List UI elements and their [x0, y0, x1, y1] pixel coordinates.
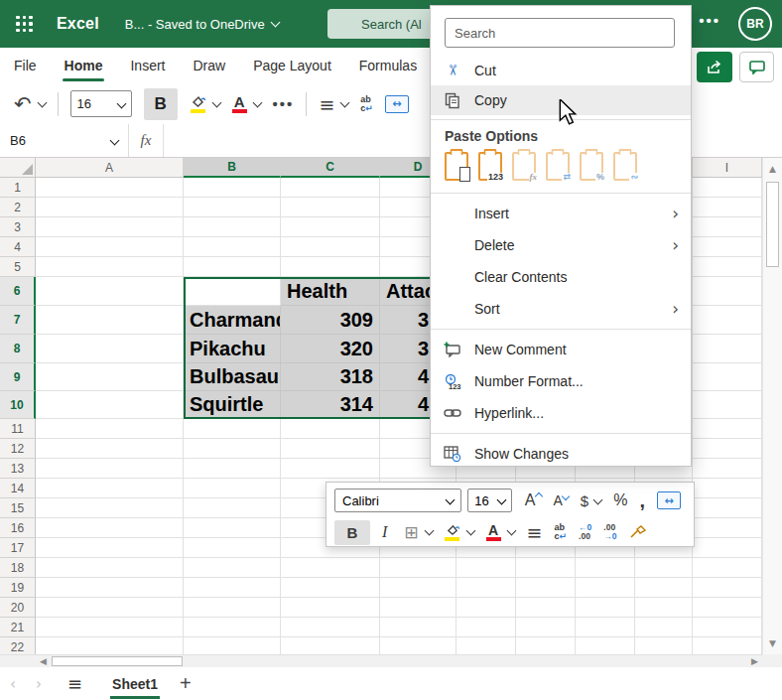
menu-item-delete[interactable]: Delete ›	[431, 229, 691, 261]
mini-italic-button[interactable]: I	[372, 523, 397, 541]
cell-B3[interactable]	[184, 217, 281, 237]
cell-I17[interactable]	[693, 538, 762, 558]
fill-color-button[interactable]	[190, 94, 220, 113]
cell-H18[interactable]	[635, 558, 693, 578]
cell-D21[interactable]	[380, 618, 456, 637]
cell-B16[interactable]	[184, 518, 281, 538]
cell-B5[interactable]	[184, 257, 281, 277]
cell-A20[interactable]	[36, 598, 184, 618]
mini-font-color-button[interactable]: A	[481, 524, 520, 541]
menu-item-insert[interactable]: Insert ›	[431, 198, 691, 229]
mini-merge-button[interactable]: ↔	[652, 491, 686, 509]
titlebar-more-button[interactable]: •••	[699, 12, 720, 29]
font-name-select[interactable]: Calibri	[334, 489, 461, 512]
row-header-7[interactable]: 7	[0, 306, 36, 335]
grow-font-button[interactable]: A	[520, 491, 547, 509]
tab-page-layout[interactable]: Page Layout	[239, 48, 345, 83]
cell-C18[interactable]	[281, 558, 380, 578]
row-header-16[interactable]: 16	[0, 518, 36, 538]
row-header-9[interactable]: 9	[0, 363, 36, 391]
context-menu-search-input[interactable]	[445, 18, 675, 48]
cell-C6[interactable]: Health	[281, 277, 380, 306]
cell-A12[interactable]	[36, 439, 184, 459]
cell-I12[interactable]	[693, 439, 762, 459]
mini-bold-button[interactable]: B	[334, 520, 370, 545]
cell-I3[interactable]	[693, 217, 762, 237]
cell-D22[interactable]	[380, 637, 456, 654]
cell-E21[interactable]	[456, 618, 516, 637]
cell-C21[interactable]	[281, 618, 380, 637]
cell-C7[interactable]: 309	[281, 306, 380, 335]
cell-A1[interactable]	[36, 178, 184, 198]
cell-F20[interactable]	[516, 598, 576, 618]
cell-A4[interactable]	[36, 237, 184, 257]
font-size-select[interactable]: 16	[70, 90, 132, 117]
row-header-17[interactable]: 17	[0, 538, 36, 558]
cell-I5[interactable]	[693, 257, 762, 277]
cell-B1[interactable]	[184, 178, 281, 198]
column-header-A[interactable]: A	[36, 158, 184, 178]
mini-align-button[interactable]: ≡	[522, 521, 548, 543]
cell-B21[interactable]	[184, 618, 281, 637]
cell-B17[interactable]	[184, 538, 281, 558]
cell-A2[interactable]	[36, 198, 184, 217]
paste-formatting-icon[interactable]: %	[580, 152, 603, 181]
wrap-text-button[interactable]: ab c↵	[360, 95, 373, 113]
cell-C3[interactable]	[281, 217, 380, 237]
cell-A22[interactable]	[36, 637, 184, 654]
cell-B7[interactable]: Charmander	[184, 306, 281, 335]
cell-A5[interactable]	[36, 257, 184, 277]
cell-I19[interactable]	[693, 578, 762, 598]
cell-E22[interactable]	[456, 637, 516, 654]
cell-A9[interactable]	[36, 363, 184, 391]
cell-A7[interactable]	[36, 306, 184, 335]
horizontal-scroll-thumb[interactable]	[52, 656, 183, 666]
cell-D19[interactable]	[380, 578, 456, 598]
cell-C20[interactable]	[281, 598, 380, 618]
app-launcher-icon[interactable]	[16, 16, 33, 33]
cell-B19[interactable]	[184, 578, 281, 598]
cell-H21[interactable]	[635, 618, 693, 637]
row-header-12[interactable]: 12	[0, 439, 36, 459]
cell-C5[interactable]	[281, 257, 380, 277]
paste-formulas-icon[interactable]: fx	[512, 152, 536, 181]
decrease-decimal-button[interactable]: ←0.00	[574, 523, 596, 542]
tab-draw[interactable]: Draw	[179, 48, 239, 83]
bold-button[interactable]: B	[144, 88, 178, 120]
cell-B4[interactable]	[184, 237, 281, 257]
share-button[interactable]	[697, 52, 732, 82]
cell-E18[interactable]	[456, 558, 516, 578]
row-header-18[interactable]: 18	[0, 558, 36, 578]
cell-I9[interactable]	[693, 363, 762, 391]
cell-H19[interactable]	[635, 578, 693, 598]
paste-link-icon[interactable]: ∾	[613, 152, 637, 181]
align-button[interactable]: ≡	[319, 93, 348, 115]
cell-B8[interactable]: Pikachu	[184, 335, 281, 363]
cell-I18[interactable]	[693, 558, 762, 578]
avatar[interactable]: BR	[738, 7, 772, 41]
cell-I16[interactable]	[693, 518, 762, 538]
cell-I13[interactable]	[693, 459, 762, 479]
cell-A13[interactable]	[36, 459, 184, 479]
cell-B9[interactable]: Bulbasaur	[184, 363, 281, 391]
app-name[interactable]: Excel	[57, 15, 99, 33]
prev-sheet-icon[interactable]: ‹	[10, 675, 16, 693]
cell-A18[interactable]	[36, 558, 184, 578]
cell-I15[interactable]	[693, 498, 762, 518]
cell-G22[interactable]	[576, 637, 635, 654]
cell-B10[interactable]: Squirtle	[184, 391, 281, 419]
cell-C11[interactable]	[281, 419, 380, 439]
cell-F22[interactable]	[516, 637, 576, 654]
cell-B15[interactable]	[184, 498, 281, 518]
cell-C12[interactable]	[281, 439, 380, 459]
cell-I10[interactable]	[693, 391, 762, 419]
cell-I4[interactable]	[693, 237, 762, 257]
comments-button[interactable]	[739, 52, 774, 82]
cell-I21[interactable]	[693, 618, 762, 637]
sheet-tab-sheet1[interactable]: Sheet1	[112, 667, 158, 700]
cell-A3[interactable]	[36, 217, 184, 237]
cell-B6[interactable]	[184, 277, 281, 306]
cell-I11[interactable]	[693, 419, 762, 439]
row-header-22[interactable]: 22	[0, 637, 36, 654]
cell-A15[interactable]	[36, 498, 184, 518]
